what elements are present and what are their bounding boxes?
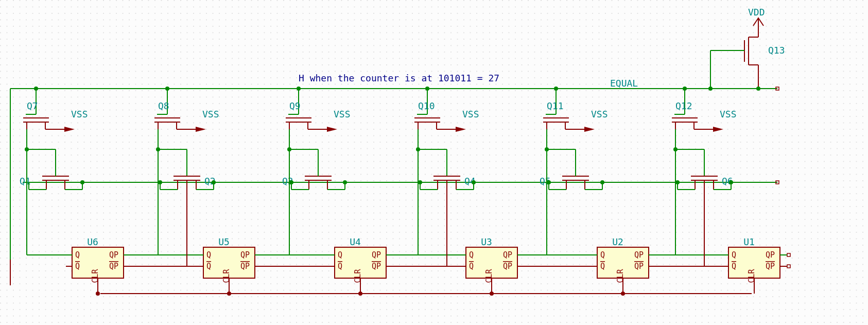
- svg-point-228: [675, 180, 680, 184]
- svg-text:QP: QP: [372, 250, 381, 260]
- svg-text:CLR: CLR: [747, 268, 756, 283]
- svg-text:U1: U1: [743, 236, 755, 247]
- svg-text:U5: U5: [218, 236, 230, 247]
- svg-text:VSS: VSS: [71, 109, 88, 119]
- svg-text:Q: Q: [338, 250, 342, 260]
- svg-point-67: [165, 87, 169, 91]
- svg-text:QP: QP: [372, 262, 381, 271]
- svg-text:CLR: CLR: [616, 268, 625, 283]
- svg-text:VDD: VDD: [748, 7, 765, 18]
- svg-text:Q7: Q7: [27, 100, 38, 111]
- svg-text:Q: Q: [600, 250, 605, 260]
- svg-text:QP: QP: [109, 250, 118, 260]
- svg-text:QP: QP: [634, 250, 644, 260]
- svg-point-140: [425, 87, 429, 91]
- svg-text:Q8: Q8: [158, 100, 169, 111]
- svg-text:Q9: Q9: [289, 100, 301, 111]
- svg-text:Q: Q: [75, 262, 80, 271]
- svg-point-96: [227, 292, 231, 296]
- annotation-text: H when the counter is at 101011 = 27: [299, 73, 499, 83]
- svg-text:U4: U4: [350, 236, 361, 247]
- svg-point-206: [621, 292, 625, 296]
- svg-text:CLR: CLR: [484, 268, 494, 283]
- svg-point-192: [547, 180, 551, 184]
- svg-text:Q: Q: [338, 262, 342, 271]
- svg-point-119: [289, 180, 293, 184]
- svg-text:CLR: CLR: [353, 268, 362, 283]
- svg-text:Q: Q: [600, 262, 605, 271]
- svg-point-29: [708, 87, 713, 91]
- svg-point-169: [490, 292, 494, 296]
- svg-text:QP: QP: [240, 262, 250, 271]
- svg-text:QP: QP: [109, 262, 118, 271]
- svg-text:QP: QP: [766, 250, 775, 260]
- svg-point-47: [80, 180, 84, 184]
- svg-text:Q: Q: [469, 262, 474, 271]
- svg-text:Q: Q: [469, 250, 474, 260]
- svg-text:VSS: VSS: [334, 109, 351, 119]
- svg-point-32: [34, 87, 38, 91]
- svg-text:VSS: VSS: [202, 109, 219, 119]
- svg-point-120: [343, 180, 347, 184]
- svg-text:Q12: Q12: [675, 100, 692, 111]
- svg-point-104: [297, 87, 301, 91]
- svg-text:VSS: VSS: [462, 109, 479, 119]
- svg-text:Q: Q: [206, 262, 211, 271]
- svg-text:CLR: CLR: [222, 268, 231, 283]
- svg-point-193: [600, 180, 604, 184]
- svg-text:Q11: Q11: [547, 100, 564, 111]
- svg-text:U2: U2: [612, 236, 623, 247]
- svg-point-229: [729, 180, 733, 184]
- svg-text:Q: Q: [75, 250, 80, 260]
- svg-text:Q13: Q13: [768, 45, 785, 56]
- svg-text:QP: QP: [240, 250, 250, 260]
- svg-text:Q: Q: [206, 250, 211, 260]
- svg-point-82: [158, 180, 162, 184]
- svg-text:Q10: Q10: [418, 100, 435, 111]
- svg-text:U6: U6: [87, 236, 98, 247]
- svg-point-60: [96, 292, 100, 296]
- schematic-canvas: H when the counter is at 101011 = 27 EQU…: [0, 0, 868, 325]
- svg-point-155: [418, 180, 422, 184]
- svg-text:QP: QP: [634, 262, 644, 271]
- svg-text:U3: U3: [481, 236, 492, 247]
- svg-text:VSS: VSS: [591, 109, 608, 119]
- svg-point-83: [212, 180, 216, 184]
- svg-text:Q: Q: [732, 250, 736, 260]
- svg-text:CLR: CLR: [91, 268, 100, 283]
- svg-point-156: [472, 180, 476, 184]
- equal-label: EQUAL: [610, 78, 638, 89]
- svg-point-133: [358, 292, 362, 296]
- svg-text:VSS: VSS: [720, 109, 737, 119]
- svg-text:QP: QP: [503, 262, 512, 271]
- svg-point-213: [683, 87, 687, 91]
- svg-point-177: [554, 87, 558, 91]
- svg-text:Q: Q: [732, 262, 736, 271]
- svg-text:QP: QP: [503, 250, 512, 260]
- svg-point-26: [756, 87, 760, 91]
- svg-text:QP: QP: [766, 262, 775, 271]
